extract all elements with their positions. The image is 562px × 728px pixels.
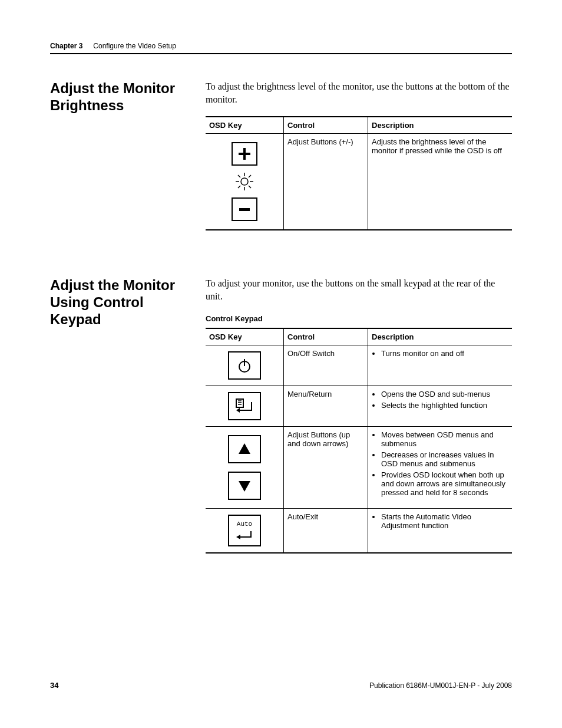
down-arrow-icon [228,472,261,500]
control-cell: Adjust Buttons (up and down arrows) [284,427,368,509]
up-arrow-icon [228,435,261,463]
chapter-label: Chapter 3 [50,42,82,50]
description-cell: Turns monitor on and off [368,345,513,386]
svg-line-9 [238,186,240,188]
svg-rect-11 [239,208,250,211]
table-row: On/Off Switch Turns monitor on and off [206,345,512,386]
list-item: Provides OSD lockout when both up and do… [381,470,508,497]
table-row: Adjust Buttons (up and down arrows) Move… [206,427,512,509]
svg-marker-18 [236,408,240,413]
section-heading-brightness: Adjust the Monitor Brightness [50,80,194,114]
section-body-brightness: To adjust the brightness level of the mo… [206,80,512,106]
table-row: Auto Auto/Exit Starts the Automatic Vide… [206,509,512,554]
description-cell: Adjusts the brightness level of the moni… [368,134,513,230]
description-cell: Starts the Automatic Video Adjustment fu… [368,509,513,554]
brightness-table: OSD Key Control Description [206,116,512,230]
section-body-keypad: To adjust your monitor, use the buttons … [206,277,512,302]
list-item: Moves between OSD menus and submenus [381,430,508,448]
svg-point-2 [241,178,248,185]
list-item: Opens the OSD and sub-menus [381,390,508,398]
svg-marker-19 [239,443,250,454]
minus-icon [232,197,257,221]
publication-info: Publication 6186M-UM001J-EN-P - July 200… [369,681,512,690]
list-item: Starts the Automatic Video Adjustment fu… [381,512,508,530]
table-header-description: Description [368,117,513,134]
description-cell: Moves between OSD menus and submenus Dec… [368,427,513,509]
table-header-control: Control [284,328,368,345]
table-row: Menu/Return Opens the OSD and sub-menus … [206,386,512,427]
page-number: 34 [50,681,58,690]
auto-exit-icon: Auto [228,515,261,546]
svg-line-8 [249,186,251,188]
svg-marker-20 [239,481,250,492]
svg-rect-1 [239,153,250,155]
page-header: Chapter 3 Configure the Video Setup [50,40,512,54]
table-row: Adjust Buttons (+/-) Adjusts the brightn… [206,134,512,230]
power-icon [228,351,261,380]
section-heading-keypad: Adjust the Monitor Using Control Keypad [50,277,194,328]
control-cell: Adjust Buttons (+/-) [284,134,368,230]
brightness-icon [234,172,254,192]
chapter-title: Configure the Video Setup [93,42,176,50]
control-cell: Auto/Exit [284,509,368,554]
plus-icon [232,142,257,166]
table-header-osd-key: OSD Key [206,328,284,345]
svg-marker-21 [236,535,240,539]
description-cell: Opens the OSD and sub-menus Selects the … [368,386,513,427]
list-item: Turns monitor on and off [381,349,508,358]
keypad-subtitle: Control Keypad [206,314,512,323]
control-cell: Menu/Return [284,386,368,427]
svg-rect-14 [236,399,243,407]
svg-line-7 [238,175,240,177]
list-item: Decreases or increases values in OSD men… [381,450,508,468]
table-header-description: Description [368,328,513,345]
list-item: Selects the highlighted function [381,401,508,410]
table-header-control: Control [284,117,368,134]
keypad-table: OSD Key Control Description On/Off Switc… [206,328,512,554]
table-header-osd-key: OSD Key [206,117,284,134]
menu-return-icon [228,392,261,420]
svg-line-10 [249,175,251,177]
control-cell: On/Off Switch [284,345,368,386]
